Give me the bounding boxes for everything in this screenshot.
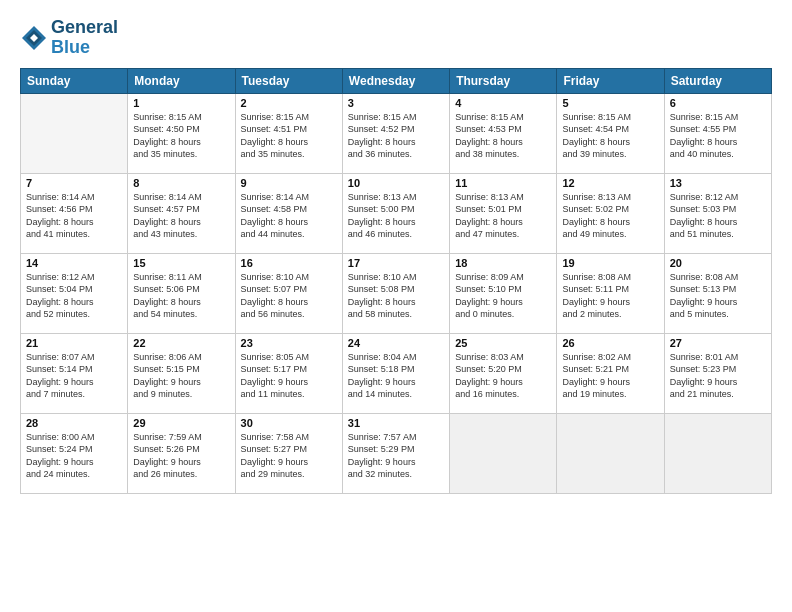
day-info: Sunrise: 8:09 AM Sunset: 5:10 PM Dayligh…	[455, 271, 551, 321]
calendar-table: SundayMondayTuesdayWednesdayThursdayFrid…	[20, 68, 772, 494]
calendar-cell: 12Sunrise: 8:13 AM Sunset: 5:02 PM Dayli…	[557, 173, 664, 253]
header: General Blue	[20, 18, 772, 58]
calendar-cell: 8Sunrise: 8:14 AM Sunset: 4:57 PM Daylig…	[128, 173, 235, 253]
day-number: 28	[26, 417, 122, 429]
weekday-header-thursday: Thursday	[450, 68, 557, 93]
calendar-cell: 6Sunrise: 8:15 AM Sunset: 4:55 PM Daylig…	[664, 93, 771, 173]
logo-icon	[20, 24, 48, 52]
calendar-cell: 24Sunrise: 8:04 AM Sunset: 5:18 PM Dayli…	[342, 333, 449, 413]
calendar-week-3: 14Sunrise: 8:12 AM Sunset: 5:04 PM Dayli…	[21, 253, 772, 333]
day-number: 21	[26, 337, 122, 349]
calendar-cell: 18Sunrise: 8:09 AM Sunset: 5:10 PM Dayli…	[450, 253, 557, 333]
logo: General Blue	[20, 18, 118, 58]
day-info: Sunrise: 8:00 AM Sunset: 5:24 PM Dayligh…	[26, 431, 122, 481]
calendar-cell: 21Sunrise: 8:07 AM Sunset: 5:14 PM Dayli…	[21, 333, 128, 413]
day-info: Sunrise: 8:04 AM Sunset: 5:18 PM Dayligh…	[348, 351, 444, 401]
day-number: 5	[562, 97, 658, 109]
day-info: Sunrise: 8:13 AM Sunset: 5:02 PM Dayligh…	[562, 191, 658, 241]
calendar-cell: 16Sunrise: 8:10 AM Sunset: 5:07 PM Dayli…	[235, 253, 342, 333]
calendar-cell: 25Sunrise: 8:03 AM Sunset: 5:20 PM Dayli…	[450, 333, 557, 413]
day-info: Sunrise: 8:03 AM Sunset: 5:20 PM Dayligh…	[455, 351, 551, 401]
weekday-header-monday: Monday	[128, 68, 235, 93]
day-info: Sunrise: 8:12 AM Sunset: 5:03 PM Dayligh…	[670, 191, 766, 241]
day-info: Sunrise: 8:11 AM Sunset: 5:06 PM Dayligh…	[133, 271, 229, 321]
weekday-header-wednesday: Wednesday	[342, 68, 449, 93]
calendar-cell	[557, 413, 664, 493]
weekday-header-friday: Friday	[557, 68, 664, 93]
day-number: 27	[670, 337, 766, 349]
day-info: Sunrise: 7:57 AM Sunset: 5:29 PM Dayligh…	[348, 431, 444, 481]
day-number: 29	[133, 417, 229, 429]
day-info: Sunrise: 8:15 AM Sunset: 4:55 PM Dayligh…	[670, 111, 766, 161]
calendar-cell: 20Sunrise: 8:08 AM Sunset: 5:13 PM Dayli…	[664, 253, 771, 333]
calendar-cell	[450, 413, 557, 493]
page-container: General Blue SundayMondayTuesdayWednesda…	[0, 0, 792, 504]
day-number: 3	[348, 97, 444, 109]
calendar-cell: 2Sunrise: 8:15 AM Sunset: 4:51 PM Daylig…	[235, 93, 342, 173]
day-info: Sunrise: 8:10 AM Sunset: 5:07 PM Dayligh…	[241, 271, 337, 321]
day-info: Sunrise: 8:12 AM Sunset: 5:04 PM Dayligh…	[26, 271, 122, 321]
day-info: Sunrise: 8:06 AM Sunset: 5:15 PM Dayligh…	[133, 351, 229, 401]
day-number: 19	[562, 257, 658, 269]
day-number: 1	[133, 97, 229, 109]
calendar-cell: 30Sunrise: 7:58 AM Sunset: 5:27 PM Dayli…	[235, 413, 342, 493]
calendar-cell: 17Sunrise: 8:10 AM Sunset: 5:08 PM Dayli…	[342, 253, 449, 333]
day-info: Sunrise: 8:14 AM Sunset: 4:56 PM Dayligh…	[26, 191, 122, 241]
calendar-cell: 13Sunrise: 8:12 AM Sunset: 5:03 PM Dayli…	[664, 173, 771, 253]
calendar-cell: 3Sunrise: 8:15 AM Sunset: 4:52 PM Daylig…	[342, 93, 449, 173]
calendar-cell: 9Sunrise: 8:14 AM Sunset: 4:58 PM Daylig…	[235, 173, 342, 253]
day-info: Sunrise: 8:15 AM Sunset: 4:50 PM Dayligh…	[133, 111, 229, 161]
day-info: Sunrise: 8:14 AM Sunset: 4:58 PM Dayligh…	[241, 191, 337, 241]
day-number: 12	[562, 177, 658, 189]
calendar-cell: 7Sunrise: 8:14 AM Sunset: 4:56 PM Daylig…	[21, 173, 128, 253]
day-info: Sunrise: 8:13 AM Sunset: 5:01 PM Dayligh…	[455, 191, 551, 241]
calendar-cell: 26Sunrise: 8:02 AM Sunset: 5:21 PM Dayli…	[557, 333, 664, 413]
day-number: 14	[26, 257, 122, 269]
day-number: 13	[670, 177, 766, 189]
calendar-cell: 14Sunrise: 8:12 AM Sunset: 5:04 PM Dayli…	[21, 253, 128, 333]
calendar-cell: 23Sunrise: 8:05 AM Sunset: 5:17 PM Dayli…	[235, 333, 342, 413]
day-info: Sunrise: 7:59 AM Sunset: 5:26 PM Dayligh…	[133, 431, 229, 481]
day-number: 25	[455, 337, 551, 349]
day-number: 31	[348, 417, 444, 429]
day-number: 10	[348, 177, 444, 189]
day-number: 26	[562, 337, 658, 349]
day-number: 2	[241, 97, 337, 109]
day-info: Sunrise: 8:15 AM Sunset: 4:53 PM Dayligh…	[455, 111, 551, 161]
day-number: 9	[241, 177, 337, 189]
day-number: 24	[348, 337, 444, 349]
calendar-cell: 27Sunrise: 8:01 AM Sunset: 5:23 PM Dayli…	[664, 333, 771, 413]
calendar-cell: 5Sunrise: 8:15 AM Sunset: 4:54 PM Daylig…	[557, 93, 664, 173]
day-number: 8	[133, 177, 229, 189]
day-info: Sunrise: 8:10 AM Sunset: 5:08 PM Dayligh…	[348, 271, 444, 321]
calendar-week-1: 1Sunrise: 8:15 AM Sunset: 4:50 PM Daylig…	[21, 93, 772, 173]
calendar-cell: 31Sunrise: 7:57 AM Sunset: 5:29 PM Dayli…	[342, 413, 449, 493]
day-number: 18	[455, 257, 551, 269]
calendar-cell: 10Sunrise: 8:13 AM Sunset: 5:00 PM Dayli…	[342, 173, 449, 253]
weekday-header-sunday: Sunday	[21, 68, 128, 93]
day-number: 4	[455, 97, 551, 109]
logo-text: General Blue	[51, 18, 118, 58]
day-info: Sunrise: 8:01 AM Sunset: 5:23 PM Dayligh…	[670, 351, 766, 401]
day-number: 22	[133, 337, 229, 349]
day-info: Sunrise: 8:08 AM Sunset: 5:13 PM Dayligh…	[670, 271, 766, 321]
calendar-cell	[21, 93, 128, 173]
calendar-cell: 15Sunrise: 8:11 AM Sunset: 5:06 PM Dayli…	[128, 253, 235, 333]
calendar-cell: 19Sunrise: 8:08 AM Sunset: 5:11 PM Dayli…	[557, 253, 664, 333]
day-number: 30	[241, 417, 337, 429]
day-number: 7	[26, 177, 122, 189]
day-number: 15	[133, 257, 229, 269]
day-number: 16	[241, 257, 337, 269]
calendar-week-2: 7Sunrise: 8:14 AM Sunset: 4:56 PM Daylig…	[21, 173, 772, 253]
weekday-header-tuesday: Tuesday	[235, 68, 342, 93]
day-info: Sunrise: 8:07 AM Sunset: 5:14 PM Dayligh…	[26, 351, 122, 401]
day-info: Sunrise: 8:02 AM Sunset: 5:21 PM Dayligh…	[562, 351, 658, 401]
calendar-cell: 4Sunrise: 8:15 AM Sunset: 4:53 PM Daylig…	[450, 93, 557, 173]
calendar-cell: 11Sunrise: 8:13 AM Sunset: 5:01 PM Dayli…	[450, 173, 557, 253]
day-info: Sunrise: 8:15 AM Sunset: 4:51 PM Dayligh…	[241, 111, 337, 161]
day-info: Sunrise: 8:13 AM Sunset: 5:00 PM Dayligh…	[348, 191, 444, 241]
calendar-week-5: 28Sunrise: 8:00 AM Sunset: 5:24 PM Dayli…	[21, 413, 772, 493]
day-info: Sunrise: 8:05 AM Sunset: 5:17 PM Dayligh…	[241, 351, 337, 401]
day-info: Sunrise: 8:14 AM Sunset: 4:57 PM Dayligh…	[133, 191, 229, 241]
day-number: 6	[670, 97, 766, 109]
